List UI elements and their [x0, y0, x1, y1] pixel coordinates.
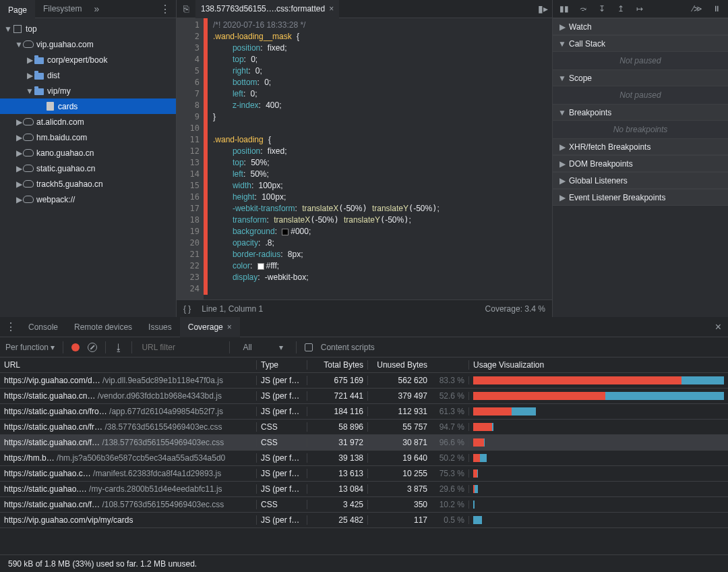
expand-arrow-icon[interactable]: ▶	[15, 179, 23, 189]
cell-total: 721 441	[307, 391, 367, 401]
cell-url: https://vip.guahao.com/d… /vip.dll.9ea5d…	[0, 376, 256, 385]
line-gutter: 123456789101112131415161718192021222324	[177, 18, 204, 299]
expand-arrow-icon[interactable]: ▶	[15, 164, 23, 173]
table-row[interactable]: https://static.guahao.cn/fro… /app.677d2…	[0, 404, 728, 420]
col-unused[interactable]: Unused Bytes	[367, 360, 431, 370]
cell-url: https://vip.guahao.com/vip/my/cards	[0, 515, 256, 525]
expand-arrow-icon[interactable]: ▶	[15, 133, 23, 142]
tree-label: hm.baidu.com	[36, 133, 87, 142]
more-tabs-icon[interactable]: »	[94, 3, 99, 14]
tree-item[interactable]: ▼top	[0, 21, 176, 36]
type-filter-select[interactable]: All▾	[238, 341, 287, 354]
table-row[interactable]: https://hm.b… /hm.js?a506b36e587ccb5ec34…	[0, 451, 728, 466]
cell-pct: 94.7 %	[431, 422, 468, 432]
pause-on-exceptions-icon[interactable]: ⏸	[710, 4, 723, 13]
cloud-icon	[23, 39, 34, 50]
step-over-icon[interactable]: ⤼	[577, 4, 589, 13]
tree-label: kano.guahao.cn	[36, 148, 94, 158]
drawer-close-icon[interactable]: ×	[715, 321, 721, 333]
expand-arrow-icon[interactable]: ▶	[15, 195, 23, 204]
tree-item[interactable]: ▶hm.baidu.com	[0, 130, 176, 145]
pretty-print-icon[interactable]: { }	[183, 304, 191, 314]
close-tab-icon[interactable]: ×	[227, 322, 232, 332]
content-scripts-checkbox[interactable]	[305, 343, 313, 351]
debugger-section-header[interactable]: ▼Call Stack	[553, 35, 728, 52]
cell-unused: 30 871	[367, 438, 431, 447]
expand-arrow-icon[interactable]: ▶	[26, 71, 34, 80]
toggle-debugger-icon[interactable]: ▮▸	[533, 3, 552, 14]
table-row[interactable]: https://static.guahao.… /my-cards.2800b5…	[0, 482, 728, 497]
tree-item[interactable]: ▶at.alicdn.com	[0, 114, 176, 130]
tree-item[interactable]: cards	[0, 98, 176, 114]
tree-item[interactable]: ▶kano.guahao.cn	[0, 145, 176, 161]
debugger-section-header[interactable]: ▶DOM Breakpoints	[553, 155, 728, 172]
col-url[interactable]: URL	[0, 360, 256, 370]
tree-item[interactable]: ▼vip/my	[0, 83, 176, 98]
pause-icon[interactable]: ▮▮	[558, 4, 570, 13]
tree-item[interactable]: ▶webpack://	[0, 192, 176, 207]
toggle-navigator-icon[interactable]: ⎘	[177, 3, 195, 14]
drawer-tab[interactable]: Console	[20, 317, 66, 337]
cell-pct: 75.3 %	[431, 469, 468, 478]
section-arrow-icon: ▶	[558, 142, 566, 152]
drawer-tab[interactable]: Coverage×	[180, 317, 240, 337]
table-row[interactable]: https://static.guahao.c… /manifest.62383…	[0, 466, 728, 482]
cell-visualization	[468, 376, 728, 384]
debugger-section-header[interactable]: ▶Watch	[553, 18, 728, 35]
drawer-menu-icon[interactable]: ⋮	[5, 320, 16, 333]
close-tab-icon[interactable]: ×	[329, 4, 334, 13]
deactivate-breakpoints-icon[interactable]: ⁄≫	[692, 4, 704, 13]
tree-item[interactable]: ▶trackh5.guahao.cn	[0, 176, 176, 192]
step-icon[interactable]: ↦	[634, 4, 646, 13]
cell-type: JS (per f…	[256, 453, 307, 463]
col-visualization[interactable]: Usage Visualization	[468, 360, 728, 370]
coverage-mode-select[interactable]: Per function ▾	[5, 343, 55, 352]
table-row[interactable]: https://static.guahao.cn/f… /108.57763d5…	[0, 497, 728, 513]
table-row[interactable]: https://vip.guahao.com/d… /vip.dll.9ea5d…	[0, 373, 728, 389]
tree-item[interactable]: ▶corp/expert/book	[0, 52, 176, 67]
expand-arrow-icon[interactable]: ▼	[26, 86, 34, 96]
navigator-menu-icon[interactable]: ⋮	[160, 3, 171, 16]
editor-file-tab[interactable]: 138.57763d56155….css:formatted ×	[195, 0, 339, 18]
record-icon[interactable]	[71, 343, 80, 351]
drawer-tab[interactable]: Remote devices	[66, 317, 140, 337]
step-into-icon[interactable]: ↧	[596, 4, 608, 13]
export-icon[interactable]: ⭳	[114, 342, 123, 353]
table-row[interactable]: https://static.guahao.cn/fr… /38.57763d5…	[0, 420, 728, 435]
tree-label: trackh5.guahao.cn	[36, 179, 103, 189]
debugger-section-header[interactable]: ▶Global Listeners	[553, 172, 728, 189]
cell-visualization	[468, 485, 728, 493]
table-row[interactable]: https://vip.guahao.com/vip/my/cards JS (…	[0, 513, 728, 528]
section-title: Call Stack	[569, 39, 605, 49]
tab-page[interactable]: Page	[0, 0, 35, 18]
expand-arrow-icon[interactable]: ▶	[26, 55, 34, 65]
cell-url: https://static.guahao.… /my-cards.2800b5…	[0, 484, 256, 494]
col-type[interactable]: Type	[256, 360, 307, 370]
cell-total: 25 482	[307, 515, 367, 525]
expand-arrow-icon[interactable]: ▼	[15, 40, 23, 49]
code-area[interactable]: 123456789101112131415161718192021222324 …	[177, 18, 552, 299]
cell-visualization	[468, 454, 728, 462]
col-total[interactable]: Total Bytes	[307, 360, 367, 370]
tree-item[interactable]: ▶dist	[0, 67, 176, 83]
content-scripts-label: Content scripts	[321, 343, 375, 352]
expand-arrow-icon[interactable]: ▶	[15, 148, 23, 158]
tree-item[interactable]: ▶static.guahao.cn	[0, 161, 176, 176]
cell-pct: 61.3 %	[431, 407, 468, 416]
tree-item[interactable]: ▼vip.guahao.com	[0, 36, 176, 52]
debugger-section-header[interactable]: ▼Breakpoints	[553, 104, 728, 121]
expand-arrow-icon[interactable]: ▼	[4, 24, 12, 34]
tab-filesystem[interactable]: Filesystem	[35, 0, 90, 18]
url-filter-input[interactable]	[140, 342, 221, 353]
drawer-tab[interactable]: Issues	[140, 317, 180, 337]
expand-arrow-icon[interactable]: ▶	[15, 117, 23, 127]
cloud-icon	[23, 194, 34, 205]
editor-status-bar: { } Line 1, Column 1 Coverage: 3.4 %	[177, 299, 552, 317]
step-out-icon[interactable]: ↥	[615, 4, 627, 13]
table-row[interactable]: https://static.guahao.cn… /vendor.d963fd…	[0, 389, 728, 404]
debugger-section-header[interactable]: ▼Scope	[553, 69, 728, 86]
clear-icon[interactable]	[88, 343, 97, 352]
table-row[interactable]: https://static.guahao.cn/f… /138.57763d5…	[0, 435, 728, 451]
debugger-section-header[interactable]: ▶XHR/fetch Breakpoints	[553, 138, 728, 155]
debugger-section-header[interactable]: ▶Event Listener Breakpoints	[553, 189, 728, 206]
